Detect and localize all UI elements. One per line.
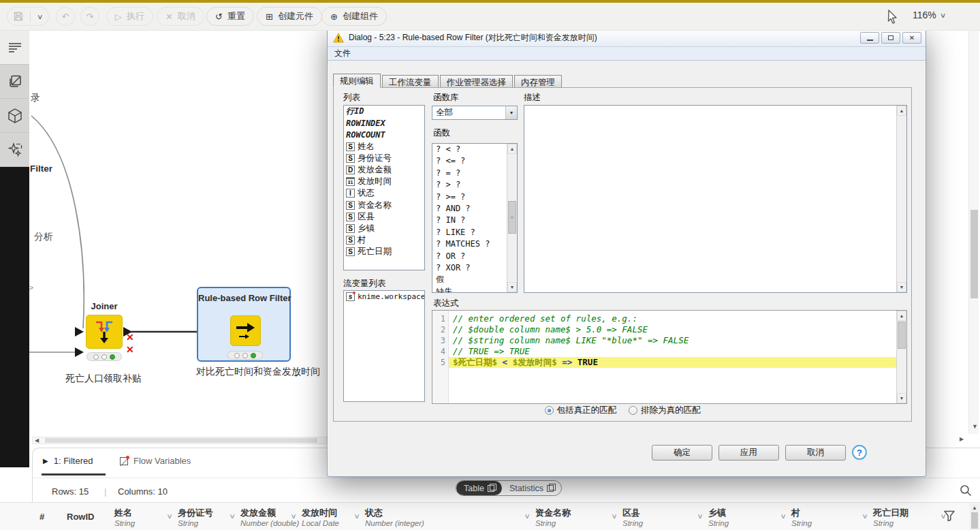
cancel-button[interactable]: 取消 (785, 445, 846, 461)
create-component-button[interactable]: ⊕创建组件 (321, 7, 387, 26)
table-column-header[interactable]: 死亡日期String∨ (873, 503, 951, 530)
execute-button[interactable]: ▷执行 (106, 7, 153, 26)
zoom-level-control[interactable]: 116% ∨ (913, 10, 945, 20)
sidebar-item-ai-assistant[interactable] (0, 133, 29, 167)
column-list-item[interactable]: 行ID (344, 106, 424, 117)
column-menu-chevron-icon[interactable]: ∨ (524, 512, 531, 520)
column-list-item[interactable]: S姓名 (344, 141, 424, 153)
expression-editor[interactable]: 12345 // enter ordered set of rules, e.g… (432, 310, 907, 404)
function-library-dropdown[interactable]: 全部 ▼ (432, 106, 518, 120)
column-menu-chevron-icon[interactable]: ∨ (697, 512, 704, 520)
undo-button[interactable]: ↶ (56, 7, 75, 26)
function-list-item[interactable]: ? XOR ? (432, 262, 507, 274)
column-menu-chevron-icon[interactable]: ∨ (862, 512, 868, 520)
column-list-item[interactable]: S资金名称 (344, 200, 424, 211)
filter-node-selected[interactable]: Rule-based Row Filter (197, 287, 291, 362)
column-list-item[interactable]: S乡镇 (344, 223, 424, 234)
function-list-item[interactable]: ? MATCHES ? (432, 238, 507, 250)
column-list-item[interactable]: 31发放时间 (344, 176, 424, 187)
menu-file[interactable]: 文件 (334, 48, 351, 59)
scrollbar-thumb[interactable]: ≡ (508, 201, 516, 234)
function-list-item[interactable]: ? >= ? (432, 191, 507, 203)
ok-button[interactable]: 确定 (652, 445, 712, 461)
editor-scrollbar[interactable]: ▲ ▼ (896, 311, 906, 403)
sidebar-item-nodes[interactable] (0, 65, 29, 99)
redo-button[interactable]: ↷ (80, 7, 99, 26)
table-column-header[interactable]: # (39, 503, 67, 530)
filter-node[interactable] (230, 315, 261, 346)
dialog-tab-item[interactable]: 内存管理 (514, 75, 562, 88)
column-list-item[interactable]: D发放金额 (344, 164, 424, 176)
comment-line[interactable]: // $string column name$ LIKE "*blue*" =>… (449, 335, 896, 346)
function-list-item[interactable]: ? <= ? (432, 155, 507, 167)
include-true-matches-radio[interactable]: 包括真正的匹配 (545, 405, 617, 416)
comment-line[interactable]: // TRUE => TRUE (449, 346, 896, 357)
filter-funnel-icon[interactable] (943, 510, 955, 522)
toggle-table-button[interactable]: Table (456, 481, 502, 495)
comment-line[interactable]: // enter ordered set of rules, e.g.: (449, 313, 896, 324)
function-list-item[interactable]: ? IN ? (432, 215, 507, 226)
column-list-item[interactable]: I状态 (344, 187, 424, 199)
column-menu-chevron-icon[interactable]: ∨ (290, 512, 297, 520)
column-list[interactable]: 行IDROWINDEXROWCOUNTS姓名S身份证号D发放金额31发放时间I状… (343, 105, 425, 270)
comment-line[interactable]: // $double column name$ > 5.0 => FALSE (449, 324, 896, 335)
create-metanode-button[interactable]: ⊞创建元件 (257, 7, 322, 26)
scroll-left-arrow-icon[interactable]: ◀ (35, 437, 39, 443)
dialog-tab-item[interactable]: 作业管理器选择 (440, 75, 513, 88)
scroll-down-arrow-icon[interactable]: ▼ (507, 282, 517, 292)
scroll-down-arrow-icon[interactable]: ▼ (897, 393, 906, 403)
table-column-header[interactable]: 乡镇String∨ (708, 503, 791, 530)
minimize-button[interactable] (860, 32, 879, 44)
function-list-item[interactable]: ? = ? (432, 168, 507, 179)
function-list-scrollbar[interactable]: ▲ ≡ ▼ (507, 144, 517, 292)
maximize-button[interactable] (881, 32, 900, 44)
flow-variable-item[interactable]: sknime.workspace (344, 291, 424, 302)
scroll-up-arrow-icon[interactable]: ▲ (507, 144, 517, 154)
scrollbar-thumb[interactable] (970, 210, 978, 298)
dialog-tab-active[interactable]: 规则编辑 (333, 74, 381, 88)
scrollbar-thumb[interactable] (971, 512, 978, 529)
table-column-header[interactable]: 发放金额Number (double)∨ (240, 503, 302, 530)
dialog-titlebar[interactable]: Dialog - 5:23 - Rule-based Row Filter (对… (328, 29, 926, 47)
scrollbar-thumb[interactable] (45, 438, 317, 443)
table-column-header[interactable]: 发放时间Local Date∨ (302, 503, 365, 530)
flow-variable-list[interactable]: sknime.workspace (343, 290, 425, 402)
editor-code-area[interactable]: // enter ordered set of rules, e.g.:// $… (449, 311, 896, 403)
apply-button[interactable]: 应用 (718, 445, 779, 461)
scroll-right-arrow-icon[interactable]: ▶ (960, 436, 964, 442)
function-list-item[interactable]: ? AND ? (432, 203, 507, 215)
toggle-statistics-button[interactable]: Statistics (502, 481, 561, 495)
tab-flow-variables[interactable]: Flow Variables (120, 456, 191, 466)
exclude-true-matches-radio[interactable]: 排除为真的匹配 (629, 405, 701, 416)
function-list[interactable]: ? < ?? <= ?? = ?? > ?? >= ?? AND ?? IN ?… (432, 143, 518, 293)
table-column-header[interactable]: 状态Number (integer)∨ (365, 503, 535, 530)
column-menu-chevron-icon[interactable]: ∨ (166, 512, 173, 520)
function-list-item[interactable]: ? OR ? (432, 251, 507, 262)
help-button[interactable]: ? (852, 445, 867, 460)
canvas-horizontal-scrollbar[interactable]: ◀ (32, 437, 327, 444)
sidebar-item-description[interactable] (0, 31, 29, 65)
dialog-tab-item[interactable]: 工作流变量 (382, 75, 439, 88)
column-list-item[interactable]: S村 (344, 234, 424, 246)
column-menu-chevron-icon[interactable]: ∨ (780, 512, 787, 520)
cancel-execution-button[interactable]: ✕取消 (157, 7, 204, 26)
table-column-header[interactable]: 姓名String∨ (114, 503, 178, 530)
scroll-down-arrow-icon[interactable]: ▼ (972, 423, 978, 430)
canvas-vertical-scrollbar[interactable]: ▼ (968, 31, 979, 434)
column-list-item[interactable]: ROWCOUNT (344, 129, 424, 140)
column-menu-chevron-icon[interactable]: ∨ (353, 512, 360, 520)
scrollbar-thumb[interactable] (898, 322, 906, 349)
column-list-item[interactable]: S身份证号 (344, 153, 424, 164)
save-button-group[interactable]: ∨ (7, 7, 49, 26)
rule-expression-line[interactable]: $死亡日期$ < $发放时间$ => TRUE (449, 357, 896, 368)
scroll-up-arrow-icon[interactable]: ▲ (897, 106, 906, 116)
column-list-item[interactable]: S死亡日期 (344, 246, 424, 258)
scroll-up-arrow-icon[interactable]: ▲ (897, 311, 906, 321)
column-menu-chevron-icon[interactable]: ∨ (611, 512, 618, 520)
canvas-horizontal-scrollbar-right[interactable]: ▶ (950, 435, 969, 443)
table-column-header[interactable]: 村String∨ (791, 503, 873, 530)
function-list-item[interactable]: ? LIKE ? (432, 227, 507, 238)
tab-filtered-output[interactable]: ▶ 1: Filtered (43, 456, 93, 466)
column-list-item[interactable]: ROWINDEX (344, 117, 424, 129)
function-list-item[interactable]: ? > ? (432, 179, 507, 191)
